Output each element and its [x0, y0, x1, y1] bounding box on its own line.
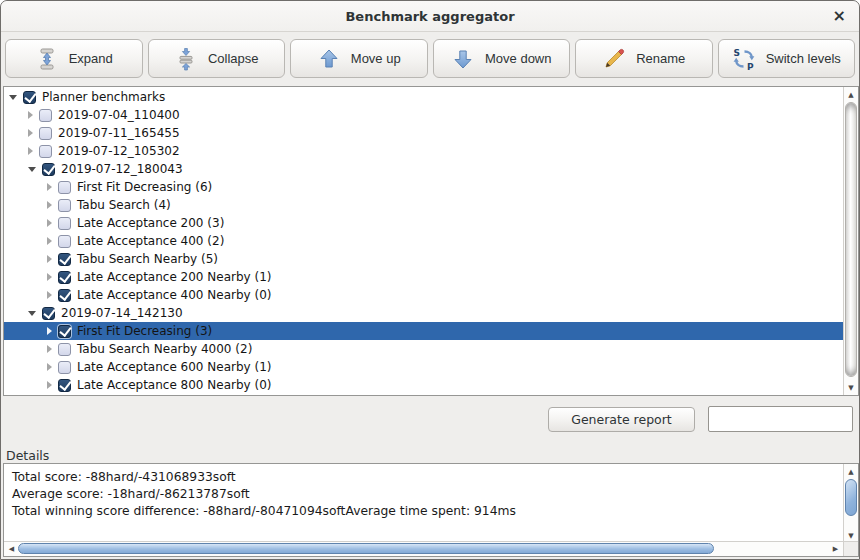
tree-checkbox[interactable]: [58, 253, 71, 266]
expand-button[interactable]: Expand: [5, 39, 143, 78]
tree-vertical-scrollbar[interactable]: ▲ ▼: [843, 87, 858, 395]
tree-checkbox[interactable]: [23, 91, 36, 104]
tree-checkbox[interactable]: [42, 307, 55, 320]
tree-checkbox[interactable]: [58, 217, 71, 230]
expand-arrow-icon[interactable]: [28, 147, 33, 155]
scrollbar-corner: [843, 541, 858, 556]
title-bar[interactable]: Benchmark aggregator ×: [1, 1, 859, 32]
move-down-button-label: Move down: [485, 51, 551, 66]
rename-button[interactable]: Rename: [575, 39, 713, 78]
scroll-right-icon[interactable]: ▶: [829, 542, 842, 556]
tree-row[interactable]: Late Acceptance 600 Nearby (1): [4, 358, 843, 376]
details-horizontal-scrollbar[interactable]: ◀ ▶: [4, 541, 843, 556]
tree-row-label: Late Acceptance 200 Nearby (1): [77, 270, 272, 284]
tree-row-label: First Fit Decreasing (3): [77, 324, 212, 338]
tree-row[interactable]: Planner benchmarks: [4, 88, 843, 106]
details-line-total-score: Total score: -88hard/-431068933soft: [12, 469, 835, 486]
tree-row[interactable]: Late Acceptance 200 (3): [4, 214, 843, 232]
tree-checkbox[interactable]: [58, 343, 71, 356]
expand-arrow-icon[interactable]: [47, 363, 52, 371]
tree-checkbox[interactable]: [39, 145, 52, 158]
tree-row[interactable]: Tabu Search Nearby (5): [4, 250, 843, 268]
expand-arrow-icon[interactable]: [47, 183, 52, 191]
move-up-button[interactable]: Move up: [290, 39, 428, 78]
rename-button-label: Rename: [636, 51, 685, 66]
tree-scrollbar-thumb[interactable]: [845, 102, 857, 377]
tree-row[interactable]: 2019-07-11_165455: [4, 124, 843, 142]
tree-checkbox[interactable]: [58, 289, 71, 302]
details-vscroll-thumb[interactable]: [845, 479, 857, 516]
close-icon[interactable]: ×: [833, 8, 846, 24]
tree-row[interactable]: 2019-07-14_142130: [4, 304, 843, 322]
tree-row[interactable]: Late Acceptance 400 Nearby (0): [4, 286, 843, 304]
tree-row[interactable]: Late Acceptance 400 (2): [4, 232, 843, 250]
toolbar: Expand Collapse Move up: [1, 32, 859, 85]
tree-checkbox[interactable]: [58, 361, 71, 374]
rename-icon: [602, 47, 626, 71]
collapse-icon: [174, 47, 198, 71]
expand-arrow-icon[interactable]: [47, 291, 52, 299]
tree-row[interactable]: First Fit Decreasing (6): [4, 178, 843, 196]
scroll-up-icon[interactable]: ▲: [844, 88, 858, 101]
tree-checkbox[interactable]: [42, 163, 55, 176]
tree-checkbox[interactable]: [39, 127, 52, 140]
details-vertical-scrollbar[interactable]: ▲ ▼: [843, 464, 858, 543]
tree-row[interactable]: Tabu Search (4): [4, 196, 843, 214]
tree-checkbox[interactable]: [58, 379, 71, 392]
report-name-input[interactable]: [708, 406, 853, 432]
benchmark-aggregator-window: Benchmark aggregator × Expand Collapse: [0, 0, 860, 560]
collapse-button[interactable]: Collapse: [148, 39, 286, 78]
tree-checkbox[interactable]: [58, 271, 71, 284]
switch-levels-button[interactable]: S P Switch levels: [718, 39, 856, 78]
expand-arrow-icon[interactable]: [47, 327, 52, 335]
details-line-average-score: Average score: -18hard/-86213787soft: [12, 486, 835, 503]
expand-arrow-icon[interactable]: [47, 381, 52, 389]
tree-row-label: Tabu Search Nearby 4000 (2): [77, 342, 252, 356]
expand-button-label: Expand: [69, 51, 113, 66]
details-line-winning-diff: Total winning score difference: -88hard/…: [12, 503, 835, 520]
tree-row[interactable]: 2019-07-04_110400: [4, 106, 843, 124]
expand-arrow-icon[interactable]: [47, 219, 52, 227]
tree-checkbox[interactable]: [58, 325, 71, 338]
details-hscroll-thumb[interactable]: [18, 543, 714, 554]
expand-arrow-icon[interactable]: [28, 111, 33, 119]
scroll-down-icon[interactable]: ▼: [844, 381, 858, 394]
tree-row[interactable]: First Fit Decreasing (3): [4, 322, 858, 340]
scroll-up-icon[interactable]: ▲: [844, 465, 858, 478]
tree-row-label: 2019-07-11_165455: [58, 126, 180, 140]
tree-row-label: 2019-07-14_142130: [61, 306, 183, 320]
expand-arrow-icon[interactable]: [47, 255, 52, 263]
tree-checkbox[interactable]: [58, 199, 71, 212]
window-title: Benchmark aggregator: [345, 9, 514, 24]
benchmark-tree: Planner benchmarks2019-07-04_1104002019-…: [4, 88, 843, 394]
collapse-arrow-icon[interactable]: [28, 167, 36, 172]
tree-checkbox[interactable]: [39, 109, 52, 122]
move-down-button[interactable]: Move down: [433, 39, 571, 78]
tree-row[interactable]: Late Acceptance 800 Nearby (0): [4, 376, 843, 394]
tree-row-label: Late Acceptance 400 Nearby (0): [77, 288, 272, 302]
tree-row-label: Late Acceptance 600 Nearby (1): [77, 360, 272, 374]
tree-row-label: Late Acceptance 200 (3): [77, 216, 224, 230]
details-text[interactable]: Total score: -88hard/-431068933soft Aver…: [4, 464, 843, 541]
move-down-icon: [451, 47, 475, 71]
expand-arrow-icon[interactable]: [28, 129, 33, 137]
tree-row[interactable]: Late Acceptance 200 Nearby (1): [4, 268, 843, 286]
expand-arrow-icon[interactable]: [47, 345, 52, 353]
tree-row[interactable]: 2019-07-12_105302: [4, 142, 843, 160]
svg-text:P: P: [747, 61, 754, 71]
tree-row[interactable]: 2019-07-12_180043: [4, 160, 843, 178]
expand-arrow-icon[interactable]: [47, 237, 52, 245]
scroll-left-icon[interactable]: ◀: [5, 542, 18, 556]
tree-row[interactable]: Tabu Search Nearby 4000 (2): [4, 340, 843, 358]
generate-report-button[interactable]: Generate report: [548, 407, 695, 432]
tree-checkbox[interactable]: [58, 181, 71, 194]
collapse-arrow-icon[interactable]: [28, 311, 36, 316]
tree-row-label: Tabu Search Nearby (5): [77, 252, 218, 266]
tree-checkbox[interactable]: [58, 235, 71, 248]
collapse-arrow-icon[interactable]: [9, 95, 17, 100]
tree-row-label: Late Acceptance 400 (2): [77, 234, 224, 248]
expand-arrow-icon[interactable]: [47, 201, 52, 209]
tree-row-label: First Fit Decreasing (6): [77, 180, 212, 194]
tree-row-label: 2019-07-12_105302: [58, 144, 180, 158]
expand-arrow-icon[interactable]: [47, 273, 52, 281]
